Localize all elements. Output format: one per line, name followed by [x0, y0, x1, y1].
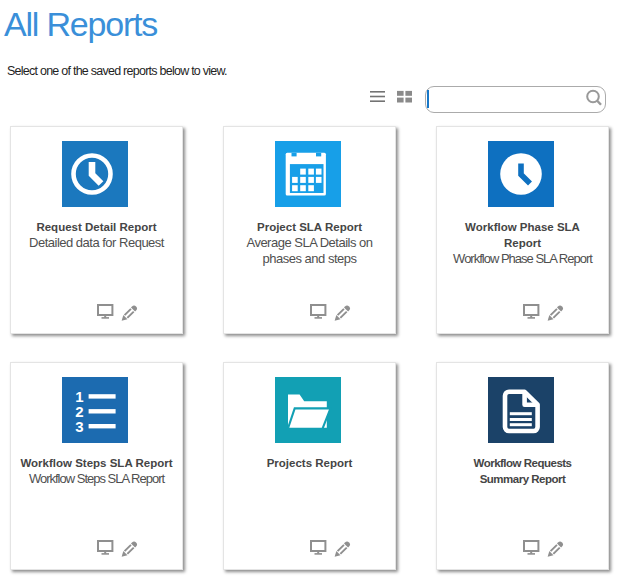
svg-text:3: 3 — [75, 418, 83, 435]
